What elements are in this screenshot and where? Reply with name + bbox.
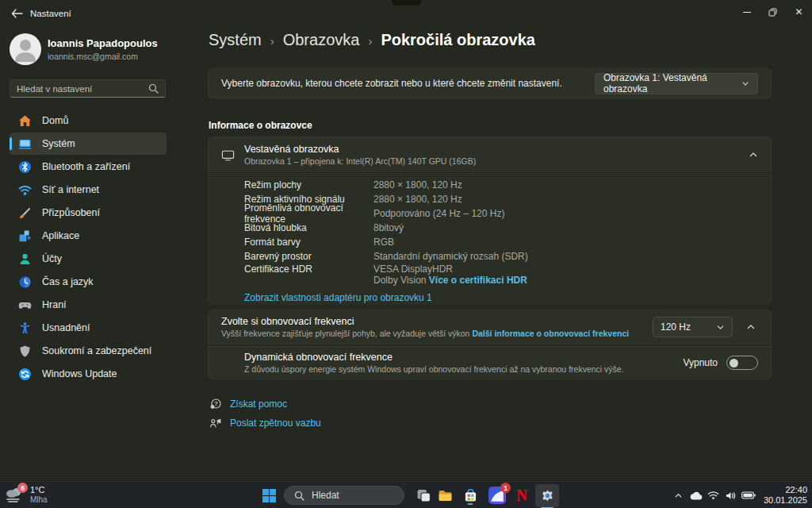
send-feedback-link[interactable]: Poslat zpětnou vazbu	[209, 417, 321, 429]
info-value: 2880 × 1800, 120 Hz	[373, 194, 462, 205]
sidebar-item-label: Čas a jazyk	[42, 276, 94, 287]
user-name: Ioannis Papadopoulos	[48, 37, 158, 49]
store-icon	[462, 487, 479, 504]
info-label: Proměnlivá obnovovací frekvence	[244, 202, 373, 225]
file-explorer-button[interactable]	[435, 486, 454, 505]
display-info-body: Režim plochy 2880 × 1800, 120 Hz Režim a…	[209, 172, 771, 305]
cloud-icon	[689, 491, 703, 501]
tray-overflow-button[interactable]	[670, 487, 688, 504]
sidebar-item-bluetooth[interactable]: Bluetooth a zařízení	[10, 156, 167, 178]
display-select-dropdown[interactable]: Obrazovka 1: Vestavěná obrazovka	[595, 73, 758, 94]
refresh-rate-dropdown[interactable]: 120 Hz	[653, 317, 733, 337]
hdr-line1: VESA DisplayHDR	[373, 264, 453, 275]
toggle-state-label: Vypnuto	[683, 357, 718, 368]
sidebar-item-time-language[interactable]: Čas a jazyk	[10, 271, 167, 293]
help-icon: ?	[209, 398, 222, 410]
hdr-certification-link[interactable]: Více o certifikaci HDR	[429, 275, 527, 286]
refresh-expander-toggle[interactable]	[744, 320, 758, 334]
info-label: Bitová hloubka	[244, 222, 373, 233]
info-value: Standardní dynamický rozsah (SDR)	[373, 251, 528, 262]
dynamic-refresh-toggle[interactable]	[726, 356, 758, 370]
sidebar-item-accounts[interactable]: Účty	[10, 248, 167, 270]
info-value: RGB	[373, 237, 394, 248]
settings-window: Nastavení ✕ Ioannis Papadopoulos ioannis…	[0, 0, 812, 508]
sidebar-item-accessibility[interactable]: Usnadnění	[10, 317, 167, 339]
monitor-icon	[221, 148, 235, 162]
sidebar-nav: Domů Systém Bluetooth a zařízení Síť a i…	[10, 110, 167, 386]
start-button[interactable]	[259, 486, 278, 505]
sidebar-item-apps[interactable]: Aplikace	[10, 225, 167, 247]
clock-time: 22:40	[764, 485, 807, 495]
sidebar: Ioannis Papadopoulos ioannis.msc@gmail.c…	[0, 27, 198, 481]
close-button[interactable]: ✕	[786, 0, 812, 24]
search-input[interactable]	[17, 84, 148, 94]
info-label: Režim plochy	[244, 179, 373, 190]
minimize-icon	[743, 12, 751, 13]
sidebar-item-home[interactable]: Domů	[10, 110, 167, 132]
sidebar-item-network[interactable]: Síť a internet	[10, 179, 167, 201]
sidebar-item-label: Přizpůsobení	[42, 207, 100, 218]
pinned-app-icon: 1	[488, 487, 506, 504]
chevron-up-icon	[674, 491, 683, 500]
microsoft-store-button[interactable]	[461, 486, 480, 505]
task-view-icon	[416, 487, 432, 504]
weather-temperature: 1°C	[30, 485, 48, 495]
sidebar-item-label: Síť a internet	[42, 184, 99, 195]
window-controls: ✕	[733, 0, 812, 24]
search-icon	[294, 491, 304, 501]
weather-widget[interactable]: 6 1°C Mlha	[4, 484, 48, 505]
sidebar-item-privacy[interactable]: Soukromí a zabezpečení	[10, 340, 167, 362]
battery-icon	[741, 491, 756, 499]
info-value: 8bitový	[373, 222, 404, 233]
minimize-button[interactable]	[733, 0, 760, 24]
battery-tray-icon[interactable]	[740, 487, 757, 504]
sidebar-item-label: Aplikace	[42, 230, 79, 241]
running-indicator	[468, 503, 473, 506]
titlebar: Nastavení ✕	[0, 0, 812, 27]
breadcrumb-display[interactable]: Obrazovka	[283, 31, 360, 49]
sidebar-item-system[interactable]: Systém	[10, 133, 167, 155]
person-icon	[10, 33, 41, 65]
refresh-rate-card: Zvolte si obnovovací frekvenci Vyšší fre…	[208, 310, 772, 344]
svg-text:?: ?	[214, 400, 218, 407]
taskbar-search[interactable]: Hledat	[284, 486, 404, 505]
refresh-rate-info-link[interactable]: Další informace o obnovovací frekvenci	[472, 329, 629, 338]
back-button[interactable]	[6, 4, 27, 23]
breadcrumb-system[interactable]: Systém	[209, 31, 262, 49]
dynamic-refresh-card: Dynamická obnovovací frekvence Z důvodu …	[208, 346, 772, 379]
settings-search[interactable]	[10, 79, 166, 98]
netflix-button[interactable]: N	[512, 486, 531, 505]
info-label: Formát barvy	[244, 237, 373, 248]
sidebar-item-label: Bluetooth a zařízení	[42, 161, 130, 172]
volume-tray-icon[interactable]	[722, 487, 740, 504]
wifi-tray-icon[interactable]	[705, 487, 722, 504]
taskbar-search-label: Hledat	[312, 490, 339, 501]
sidebar-item-personalization[interactable]: Přizpůsobení	[10, 202, 167, 224]
user-email: ioannis.msc@gmail.com	[48, 52, 138, 61]
onedrive-tray-icon[interactable]	[688, 487, 705, 504]
info-value: 2880 × 1800, 120 Hz	[373, 179, 462, 190]
sidebar-item-label: Soukromí a zabezpečení	[42, 345, 151, 356]
taskbar-clock[interactable]: 22:40 30.01.2025	[764, 485, 807, 506]
sidebar-item-gaming[interactable]: Hraní	[10, 294, 167, 316]
pinned-app-button[interactable]: 1	[488, 486, 507, 505]
chevron-up-icon[interactable]	[749, 150, 758, 160]
display-info-header[interactable]: Vestavěná obrazovka Obrazovka 1 – připoj…	[209, 137, 771, 172]
restore-button[interactable]	[760, 0, 786, 24]
task-view-button[interactable]	[414, 486, 433, 505]
update-icon	[18, 368, 32, 381]
home-icon	[18, 114, 32, 128]
brush-icon	[18, 206, 32, 220]
sidebar-item-windows-update[interactable]: Windows Update	[10, 363, 167, 385]
adapter-properties-link[interactable]: Zobrazit vlastnosti adaptéru pro obrazov…	[244, 292, 432, 303]
info-label: Barevný prostor	[244, 251, 373, 262]
hdr-values: VESA DisplayHDR Dolby Vision Více o cert…	[373, 264, 527, 286]
search-icon	[148, 83, 159, 94]
taskbar: 6 1°C Mlha Hledat 1	[0, 481, 812, 508]
avatar[interactable]	[10, 33, 41, 65]
settings-app-button[interactable]	[535, 484, 559, 507]
sidebar-item-label: Účty	[42, 253, 62, 264]
sidebar-item-label: Domů	[42, 115, 68, 126]
get-help-link[interactable]: ? Získat pomoc	[209, 398, 287, 410]
dynamic-refresh-subtitle: Z důvodu úspory energie systém Windows u…	[244, 364, 667, 374]
